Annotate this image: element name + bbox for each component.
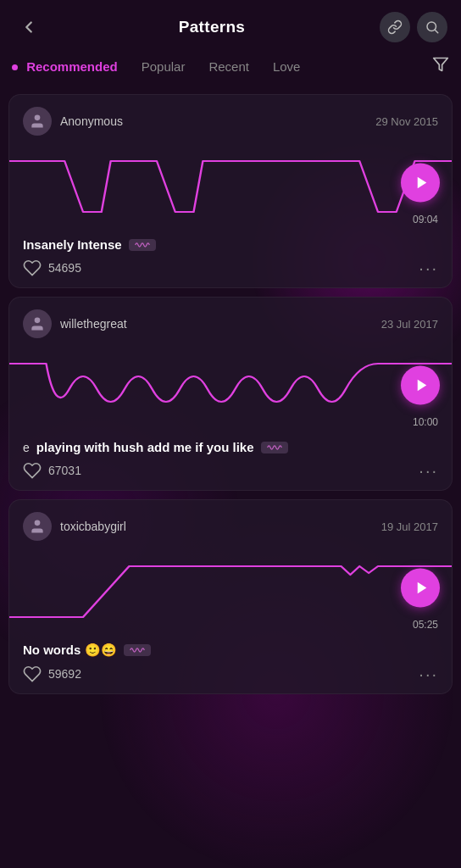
card-3-more-button[interactable]: ···: [419, 665, 438, 682]
tab-recommended[interactable]: Recommended: [12, 54, 130, 79]
card-3-title: No words 🙂😄: [23, 643, 117, 658]
card-1-user: Anonymous: [23, 107, 123, 136]
page-title: Patterns: [179, 18, 245, 36]
card-1-date: 29 Nov 2015: [375, 115, 438, 128]
card-1-like-count: 54695: [48, 261, 81, 275]
card-3-header: toxicbabygirl 19 Jul 2017: [23, 512, 438, 541]
card-1-like-row: 54695: [23, 259, 81, 277]
tab-active-dot: [12, 64, 18, 70]
tab-recent[interactable]: Recent: [197, 54, 261, 79]
header: Patterns: [0, 0, 461, 53]
svg-marker-1: [434, 58, 448, 71]
card-3-heart-icon[interactable]: [23, 665, 42, 683]
card-1-footer: 54695 ···: [23, 259, 438, 277]
svg-point-6: [35, 520, 41, 526]
card-2-date: 23 Jul 2017: [381, 318, 438, 331]
header-actions: [380, 12, 447, 42]
card-1-badge: [129, 239, 156, 251]
card-2-title-row: e playing with hush add me if you like: [23, 440, 438, 454]
svg-marker-7: [417, 582, 426, 594]
tab-love[interactable]: Love: [261, 54, 313, 79]
card-2-duration: 10:00: [413, 416, 438, 428]
card-1-header: Anonymous 29 Nov 2015: [23, 107, 438, 136]
card-2-header: willethegreat 23 Jul 2017: [23, 309, 438, 338]
card-1-waveform: 09:04: [9, 144, 452, 229]
card-3-username: toxicbabygirl: [60, 520, 126, 533]
pattern-card-3: toxicbabygirl 19 Jul 2017 05:25 No words…: [8, 499, 453, 694]
svg-point-2: [35, 115, 41, 121]
card-1-title: Insanely Intense: [23, 237, 122, 252]
svg-point-4: [35, 318, 41, 324]
card-3-duration: 05:25: [413, 619, 438, 631]
tab-popular[interactable]: Popular: [130, 54, 197, 79]
card-2-heart-icon[interactable]: [23, 461, 42, 480]
card-2-more-button[interactable]: ···: [419, 462, 438, 479]
card-3-waveform: 05:25: [9, 549, 452, 634]
card-3-footer: 59692 ···: [23, 665, 438, 683]
tab-bar: Recommended Popular Recent Love: [0, 53, 461, 89]
card-2-username: willethegreat: [60, 317, 127, 331]
svg-marker-5: [417, 380, 426, 392]
card-1-duration: 09:04: [413, 214, 438, 225]
card-3-play-button[interactable]: [401, 568, 440, 607]
pattern-card-2: willethegreat 23 Jul 2017 10:00 e playin…: [8, 297, 453, 491]
card-2-waveform: 10:00: [9, 347, 452, 431]
card-1-heart-icon[interactable]: [23, 259, 42, 277]
card-3-date: 19 Jul 2017: [381, 520, 438, 533]
back-button[interactable]: [14, 12, 44, 42]
card-1-username: Anonymous: [60, 114, 123, 128]
card-2-avatar: [23, 309, 52, 338]
link-button[interactable]: [380, 12, 410, 42]
pattern-card-1: Anonymous 29 Nov 2015 09:04 Insanely Int…: [8, 94, 453, 288]
card-3-like-row: 59692: [23, 665, 81, 683]
card-2-like-count: 67031: [48, 464, 81, 477]
search-button[interactable]: [417, 12, 447, 42]
card-2-footer: 67031 ···: [23, 461, 438, 480]
card-3-like-count: 59692: [48, 667, 81, 681]
card-1-more-button[interactable]: ···: [419, 259, 438, 276]
cards-list: Anonymous 29 Nov 2015 09:04 Insanely Int…: [0, 89, 461, 699]
filter-button[interactable]: [425, 53, 449, 81]
card-3-user: toxicbabygirl: [23, 512, 126, 541]
card-2-like-row: 67031: [23, 461, 81, 480]
card-2-play-button[interactable]: [401, 365, 440, 404]
card-2-user: willethegreat: [23, 309, 127, 338]
card-1-title-row: Insanely Intense: [23, 237, 438, 252]
card-3-avatar: [23, 512, 52, 541]
svg-point-0: [427, 22, 436, 31]
card-3-badge: [124, 644, 151, 656]
card-1-avatar: [23, 107, 52, 136]
card-2-title: playing with hush add me if you like: [36, 440, 254, 454]
card-3-title-row: No words 🙂😄: [23, 643, 438, 658]
card-2-title-prefix: e: [23, 441, 30, 454]
card-1-play-button[interactable]: [401, 163, 440, 202]
svg-marker-3: [417, 177, 426, 189]
card-2-badge: [261, 442, 288, 453]
